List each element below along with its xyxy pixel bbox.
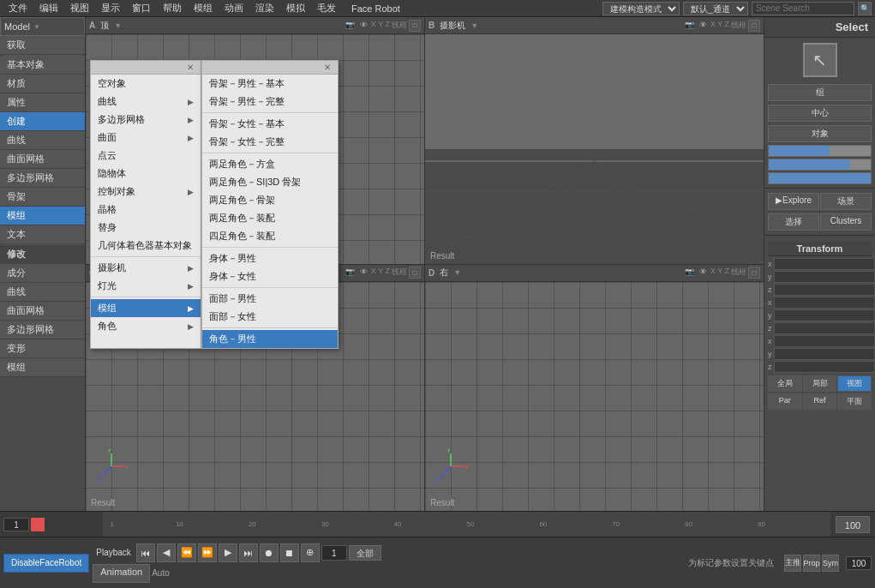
- menu-character[interactable]: 角色 ▶: [91, 317, 201, 335]
- rig-submenu-close[interactable]: ✕: [324, 63, 331, 72]
- submenu-skeleton-female-basic[interactable]: 骨架－女性－基本: [202, 115, 338, 133]
- menu-simulate[interactable]: 模拟: [281, 1, 310, 15]
- slider-3[interactable]: [768, 172, 872, 184]
- menu-file[interactable]: 文件: [3, 1, 33, 15]
- center-btn[interactable]: 中心: [768, 105, 872, 122]
- flat-btn[interactable]: 平面: [837, 393, 872, 410]
- cam-icon-B[interactable]: 📷: [683, 20, 696, 32]
- viewport-B[interactable]: B 摄影机 ▼ 📷 👁 X Y Z 线框 □: [425, 17, 764, 264]
- submenu-skeleton-male-full[interactable]: 骨架－男性－完整: [202, 93, 338, 111]
- animation-btn[interactable]: Animation: [93, 564, 150, 583]
- sym-btn[interactable]: Sym: [822, 555, 839, 572]
- sidebar-btn-curve[interactable]: 曲线: [0, 131, 85, 150]
- select-btn[interactable]: 选择: [768, 213, 819, 231]
- master-btn[interactable]: 主推: [784, 555, 801, 572]
- prop-btn[interactable]: Prop: [803, 555, 820, 572]
- next-key-btn[interactable]: ⏩: [198, 543, 217, 562]
- mode-dropdown[interactable]: 建模构造模式: [602, 2, 680, 15]
- slider-1[interactable]: [768, 145, 872, 157]
- menu-hair[interactable]: 毛发: [312, 1, 341, 15]
- submenu-face-female[interactable]: 面部－女性: [202, 308, 338, 326]
- menu-animation[interactable]: 动画: [219, 1, 249, 15]
- sidebar-btn-polygon-mesh[interactable]: 多边形网格: [0, 169, 85, 188]
- submenu-skeleton-male-basic[interactable]: 骨架－男性－基本: [202, 75, 338, 93]
- par-btn[interactable]: Par: [768, 393, 802, 410]
- submenu-biped-rig[interactable]: 两足角色－装配: [202, 209, 338, 227]
- sidebar-btn-rig2[interactable]: 模组: [0, 358, 85, 377]
- menu-window[interactable]: 窗口: [127, 1, 156, 15]
- transform-x-t-input[interactable]: [774, 335, 875, 347]
- end-frame-box[interactable]: 100: [836, 516, 870, 533]
- timeline-track[interactable]: 1 10 20 30 40 50 60 70 80 90: [103, 512, 830, 537]
- end-val-box[interactable]: 100: [846, 556, 872, 570]
- transform-y-input[interactable]: [774, 271, 875, 283]
- model-dropdown[interactable]: Model ▼: [0, 17, 85, 36]
- stop-btn[interactable]: ⏹: [280, 543, 299, 562]
- sidebar-btn-text[interactable]: 文本: [0, 225, 85, 244]
- sidebar-btn-rig[interactable]: 模组: [0, 207, 85, 225]
- step-fwd-btn[interactable]: ▶: [219, 543, 237, 562]
- transform-zt-input[interactable]: [774, 361, 875, 373]
- frame-counter-1[interactable]: 1: [3, 518, 29, 531]
- scene-btn[interactable]: 场景: [820, 193, 872, 210]
- menu-light[interactable]: 灯光 ▶: [91, 277, 201, 295]
- submenu-face-male[interactable]: 面部－男性: [202, 290, 338, 308]
- submenu-biped-si3d[interactable]: 两足角色－SI|3D 骨架: [202, 173, 338, 191]
- menu-render[interactable]: 渲染: [250, 1, 279, 15]
- sidebar-btn-surface2[interactable]: 曲面网格: [0, 302, 85, 321]
- menu-stand-in[interactable]: 替身: [91, 219, 201, 237]
- play-to-end-btn[interactable]: ⏭: [239, 543, 258, 562]
- local-btn[interactable]: 局部: [803, 375, 837, 392]
- menu-edit[interactable]: 编辑: [34, 1, 63, 15]
- viewport-D[interactable]: D 右 ▼ 📷 👁 X Y Z 线框 □ X: [425, 265, 764, 512]
- menu-lattice[interactable]: 晶格: [91, 201, 201, 219]
- eye-icon-C[interactable]: 👁: [358, 267, 369, 279]
- sidebar-btn-curve2[interactable]: 曲线: [0, 283, 85, 302]
- menu-point-cloud[interactable]: 点云: [91, 147, 201, 165]
- explore-btn[interactable]: ▶Explore: [768, 193, 819, 210]
- select-arrow-icon[interactable]: ↖: [803, 43, 837, 77]
- channel-dropdown[interactable]: 默认_通道: [683, 2, 748, 15]
- menu-display[interactable]: 显示: [96, 1, 125, 15]
- sidebar-btn-property[interactable]: 属性: [0, 93, 85, 112]
- eye-icon-D[interactable]: 👁: [698, 267, 709, 279]
- eye-icon-B[interactable]: 👁: [698, 20, 709, 32]
- menu-view[interactable]: 视图: [65, 1, 94, 15]
- submenu-biped-skeleton[interactable]: 两足角色－骨架: [202, 191, 338, 209]
- sidebar-btn-component[interactable]: 成分: [0, 264, 85, 283]
- view-btn[interactable]: 视图: [837, 375, 872, 392]
- submenu-body-female[interactable]: 身体－女性: [202, 267, 338, 285]
- create-menu-close[interactable]: ✕: [187, 63, 194, 72]
- sidebar-btn-skeleton[interactable]: 骨架: [0, 188, 85, 207]
- prev-key-btn[interactable]: ⏪: [177, 543, 196, 562]
- maximize-B[interactable]: □: [748, 20, 760, 32]
- transform-yr-input[interactable]: [774, 309, 875, 321]
- play-to-start-btn[interactable]: ⏮: [136, 543, 155, 562]
- viewport-B-canvas[interactable]: Result: [425, 34, 764, 264]
- all-btn[interactable]: 全部: [349, 545, 381, 561]
- sidebar-btn-material[interactable]: 材质: [0, 75, 85, 93]
- eye-icon[interactable]: 👁: [358, 20, 369, 32]
- cam-icon-C[interactable]: 📷: [344, 267, 357, 279]
- group-btn[interactable]: 组: [768, 84, 872, 101]
- transform-x-s-input[interactable]: [774, 258, 875, 270]
- sidebar-btn-basic[interactable]: 基本对象: [0, 56, 85, 75]
- global-btn[interactable]: 全局: [768, 375, 802, 392]
- submenu-body-male[interactable]: 身体－男性: [202, 249, 338, 267]
- sidebar-btn-get[interactable]: 获取: [0, 36, 85, 55]
- menu-empty-object[interactable]: 空对象: [91, 75, 201, 93]
- menu-hidden-object[interactable]: 隐物体: [91, 165, 201, 183]
- search-button[interactable]: 🔍: [858, 2, 872, 15]
- transform-x-r-input[interactable]: [774, 297, 875, 309]
- transform-z-input[interactable]: [774, 284, 875, 296]
- loop-btn[interactable]: ⊕: [301, 543, 320, 562]
- submenu-skeleton-female-full[interactable]: 骨架－女性－完整: [202, 133, 338, 151]
- menu-curve[interactable]: 曲线 ▶: [91, 93, 201, 111]
- sidebar-btn-deform[interactable]: 变形: [0, 339, 85, 358]
- transform-yt-input[interactable]: [774, 348, 875, 360]
- transform-zr-input[interactable]: [774, 322, 875, 334]
- sidebar-btn-create[interactable]: 创建: [0, 112, 85, 131]
- submenu-character-male[interactable]: 角色－男性: [202, 330, 338, 348]
- scene-search-input[interactable]: [752, 2, 854, 15]
- sidebar-btn-modify[interactable]: 修改: [0, 245, 85, 264]
